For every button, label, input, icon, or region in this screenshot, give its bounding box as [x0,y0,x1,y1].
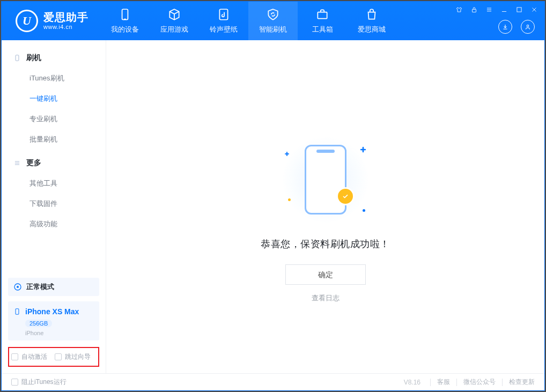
lock-icon[interactable] [469,5,479,14]
checkbox-label: 自动激活 [21,352,47,361]
success-illustration [267,131,385,228]
download-icon[interactable] [498,20,512,34]
sidebar-group-more: 更多 [2,153,106,173]
shirt-icon[interactable] [454,5,464,14]
footer: 阻止iTunes运行 V8.16 客服 微信公众号 检查更新 [2,373,544,390]
tab-toolbox[interactable]: 工具箱 [298,2,347,40]
menu-icon[interactable] [484,5,494,14]
tab-label: 爱思商城 [358,25,386,34]
sidebar-group-title: 更多 [26,158,41,168]
refresh-shield-icon [266,8,280,21]
svg-point-19 [17,286,19,288]
logo-icon: U [16,10,38,32]
sparkle-icon [360,147,365,152]
device-storage: 256GB [25,320,52,327]
close-icon[interactable] [529,5,539,14]
header-right-icons [498,20,535,34]
checkmark-badge-icon [336,187,355,205]
main-content: 恭喜您，保资料刷机成功啦！ 确定 查看日志 [106,40,544,373]
svg-rect-3 [318,12,327,19]
checkbox-auto-activate[interactable]: 自动激活 [11,352,47,361]
tab-label: 我的设备 [111,25,139,34]
tab-my-device[interactable]: 我的设备 [100,2,150,40]
checkbox-label: 跳过向导 [65,352,91,361]
footer-link-support[interactable]: 客服 [437,378,450,387]
briefcase-icon [315,8,329,21]
tab-store[interactable]: 爱思商城 [347,2,396,40]
checkbox-label: 阻止iTunes运行 [21,378,67,387]
tab-label: 工具箱 [312,25,333,34]
device-name: iPhone XS Max [25,307,79,316]
music-file-icon [217,8,231,21]
sidebar-group-flash: 刷机 [2,48,106,68]
sidebar-item-pro-flash[interactable]: 专业刷机 [2,109,106,129]
tab-smart-flash[interactable]: 智能刷机 [248,2,298,40]
mode-status[interactable]: 正常模式 [8,278,99,296]
mode-status-label: 正常模式 [26,282,54,292]
user-icon[interactable] [521,20,535,34]
sidebar-item-itunes-flash[interactable]: iTunes刷机 [2,68,106,88]
window-controls [454,5,539,14]
phone-outline-icon [305,145,346,215]
cube-icon [167,8,181,21]
sidebar-group-title: 刷机 [26,53,41,63]
sidebar-bottom: 正常模式 iPhone XS Max 256GB iPhone 自动激活 [2,278,106,373]
checkbox-icon [11,379,18,386]
sidebar-item-batch-flash[interactable]: 批量刷机 [2,129,106,150]
svg-rect-14 [16,55,19,61]
phone-icon [118,8,132,21]
svg-rect-4 [473,9,476,12]
svg-point-13 [527,25,529,27]
success-message: 恭喜您，保资料刷机成功啦！ [261,238,390,250]
sidebar-item-advanced[interactable]: 高级功能 [2,214,106,234]
tab-apps-games[interactable]: 应用游戏 [150,2,199,40]
footer-link-wechat[interactable]: 微信公众号 [463,378,496,387]
version-label: V8.16 [404,379,420,386]
minimize-icon[interactable] [499,5,509,14]
bag-icon [365,8,379,21]
checkbox-skip-guide[interactable]: 跳过向导 [55,352,91,361]
phone-icon [13,54,21,62]
list-icon [13,159,21,167]
header: U 爱思助手 www.i4.cn 我的设备 应用游戏 铃声壁纸 智能刷机 [2,2,544,40]
checkbox-icon [11,353,18,360]
device-card[interactable]: iPhone XS Max 256GB iPhone [8,301,99,341]
app-window: U 爱思助手 www.i4.cn 我的设备 应用游戏 铃声壁纸 智能刷机 [1,1,545,391]
body: 刷机 iTunes刷机 一键刷机 专业刷机 批量刷机 更多 其他工具 下载固件 … [2,40,544,373]
svg-rect-9 [517,8,521,12]
svg-rect-20 [16,309,19,315]
svg-rect-2 [219,9,227,20]
checkbox-block-itunes[interactable]: 阻止iTunes运行 [11,378,67,387]
device-icon [13,307,21,316]
tab-ringtone-wallpaper[interactable]: 铃声壁纸 [199,2,248,40]
svg-rect-0 [122,9,128,20]
dot-icon [288,198,291,201]
sidebar-options-highlight: 自动激活 跳过向导 [8,347,99,367]
maximize-icon[interactable] [514,5,524,14]
footer-link-check-update[interactable]: 检查更新 [509,378,535,387]
device-type: iPhone [25,330,94,336]
sidebar-item-one-click-flash[interactable]: 一键刷机 [2,88,106,109]
view-log-link[interactable]: 查看日志 [312,293,340,303]
ok-button[interactable]: 确定 [285,264,366,285]
sparkle-icon [285,152,289,156]
tab-label: 应用游戏 [160,25,188,34]
sync-icon [13,283,22,291]
sidebar-item-download-firmware[interactable]: 下载固件 [2,194,106,214]
dot-icon [363,209,365,212]
nav-tabs: 我的设备 应用游戏 铃声壁纸 智能刷机 工具箱 爱思商城 [100,2,396,40]
sidebar: 刷机 iTunes刷机 一键刷机 专业刷机 批量刷机 更多 其他工具 下载固件 … [2,40,106,373]
app-logo: U 爱思助手 www.i4.cn [2,2,100,40]
tab-label: 铃声壁纸 [210,25,238,34]
logo-url: www.i4.cn [43,24,88,31]
checkbox-icon [55,353,62,360]
logo-title: 爱思助手 [43,11,88,24]
tab-label: 智能刷机 [259,25,287,34]
success-panel: 恭喜您，保资料刷机成功啦！ 确定 查看日志 [229,131,422,303]
sidebar-item-other-tools[interactable]: 其他工具 [2,173,106,194]
